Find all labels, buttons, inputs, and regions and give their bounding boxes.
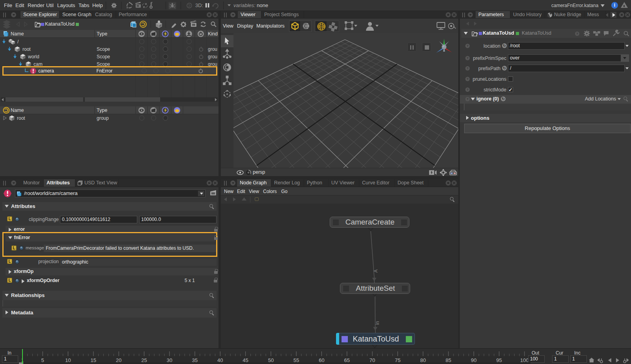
svg-text:A: A (373, 269, 379, 273)
svg-text:in: in (375, 321, 380, 325)
